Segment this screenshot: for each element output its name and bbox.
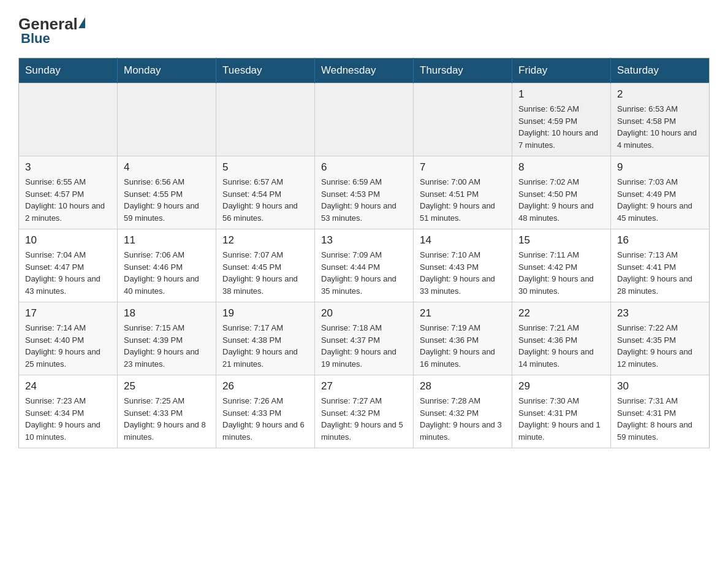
day-number: 21 <box>420 307 506 320</box>
day-number: 13 <box>321 234 407 247</box>
col-tuesday: Tuesday <box>216 58 315 83</box>
day-number: 2 <box>617 88 703 101</box>
table-row: 28Sunrise: 7:28 AMSunset: 4:32 PMDayligh… <box>414 375 512 448</box>
table-row: 26Sunrise: 7:26 AMSunset: 4:33 PMDayligh… <box>216 375 315 448</box>
table-row: 15Sunrise: 7:11 AMSunset: 4:42 PMDayligh… <box>512 229 611 302</box>
day-number: 1 <box>518 88 604 101</box>
day-info: Sunrise: 7:07 AMSunset: 4:45 PMDaylight:… <box>222 249 308 297</box>
table-row: 9Sunrise: 7:03 AMSunset: 4:49 PMDaylight… <box>611 156 710 229</box>
logo-general-text: General <box>18 16 78 32</box>
day-info: Sunrise: 7:19 AMSunset: 4:36 PMDaylight:… <box>420 322 506 370</box>
day-number: 10 <box>25 234 111 247</box>
day-info: Sunrise: 7:11 AMSunset: 4:42 PMDaylight:… <box>518 249 604 297</box>
day-info: Sunrise: 7:15 AMSunset: 4:39 PMDaylight:… <box>124 322 210 370</box>
table-row: 4Sunrise: 6:56 AMSunset: 4:55 PMDaylight… <box>118 156 216 229</box>
calendar-week-row: 3Sunrise: 6:55 AMSunset: 4:57 PMDaylight… <box>19 156 710 229</box>
table-row <box>19 83 118 156</box>
day-number: 6 <box>321 161 407 174</box>
day-number: 22 <box>518 307 604 320</box>
table-row: 12Sunrise: 7:07 AMSunset: 4:45 PMDayligh… <box>216 229 315 302</box>
day-info: Sunrise: 7:28 AMSunset: 4:32 PMDaylight:… <box>420 395 506 443</box>
day-info: Sunrise: 7:17 AMSunset: 4:38 PMDaylight:… <box>222 322 308 370</box>
day-number: 7 <box>420 161 506 174</box>
day-number: 27 <box>321 380 407 393</box>
table-row: 1Sunrise: 6:52 AMSunset: 4:59 PMDaylight… <box>512 83 611 156</box>
calendar-week-row: 1Sunrise: 6:52 AMSunset: 4:59 PMDaylight… <box>19 83 710 156</box>
col-thursday: Thursday <box>414 58 512 83</box>
day-number: 12 <box>222 234 308 247</box>
col-wednesday: Wednesday <box>315 58 414 83</box>
table-row: 23Sunrise: 7:22 AMSunset: 4:35 PMDayligh… <box>611 302 710 375</box>
table-row: 25Sunrise: 7:25 AMSunset: 4:33 PMDayligh… <box>118 375 216 448</box>
page-header: General Blue <box>18 12 710 47</box>
table-row: 21Sunrise: 7:19 AMSunset: 4:36 PMDayligh… <box>414 302 512 375</box>
table-row: 13Sunrise: 7:09 AMSunset: 4:44 PMDayligh… <box>315 229 414 302</box>
table-row: 20Sunrise: 7:18 AMSunset: 4:37 PMDayligh… <box>315 302 414 375</box>
day-info: Sunrise: 7:18 AMSunset: 4:37 PMDaylight:… <box>321 322 407 370</box>
day-info: Sunrise: 7:26 AMSunset: 4:33 PMDaylight:… <box>222 395 308 443</box>
day-number: 29 <box>518 380 604 393</box>
table-row: 7Sunrise: 7:00 AMSunset: 4:51 PMDaylight… <box>414 156 512 229</box>
day-number: 8 <box>518 161 604 174</box>
calendar-header-row: Sunday Monday Tuesday Wednesday Thursday… <box>19 58 710 83</box>
day-number: 16 <box>617 234 703 247</box>
table-row: 22Sunrise: 7:21 AMSunset: 4:36 PMDayligh… <box>512 302 611 375</box>
day-number: 24 <box>25 380 111 393</box>
day-number: 9 <box>617 161 703 174</box>
day-number: 28 <box>420 380 506 393</box>
day-number: 19 <box>222 307 308 320</box>
table-row: 8Sunrise: 7:02 AMSunset: 4:50 PMDaylight… <box>512 156 611 229</box>
table-row: 6Sunrise: 6:59 AMSunset: 4:53 PMDaylight… <box>315 156 414 229</box>
table-row: 19Sunrise: 7:17 AMSunset: 4:38 PMDayligh… <box>216 302 315 375</box>
day-info: Sunrise: 7:23 AMSunset: 4:34 PMDaylight:… <box>25 395 111 443</box>
day-number: 11 <box>124 234 210 247</box>
table-row <box>216 83 315 156</box>
day-info: Sunrise: 7:10 AMSunset: 4:43 PMDaylight:… <box>420 249 506 297</box>
day-info: Sunrise: 7:22 AMSunset: 4:35 PMDaylight:… <box>617 322 703 370</box>
table-row <box>414 83 512 156</box>
day-number: 3 <box>25 161 111 174</box>
table-row: 30Sunrise: 7:31 AMSunset: 4:31 PMDayligh… <box>611 375 710 448</box>
calendar-table: Sunday Monday Tuesday Wednesday Thursday… <box>18 58 710 448</box>
day-number: 30 <box>617 380 703 393</box>
table-row <box>315 83 414 156</box>
day-number: 23 <box>617 307 703 320</box>
day-info: Sunrise: 6:55 AMSunset: 4:57 PMDaylight:… <box>25 176 111 224</box>
table-row: 27Sunrise: 7:27 AMSunset: 4:32 PMDayligh… <box>315 375 414 448</box>
table-row: 14Sunrise: 7:10 AMSunset: 4:43 PMDayligh… <box>414 229 512 302</box>
logo-blue-text: Blue <box>21 31 50 46</box>
day-number: 14 <box>420 234 506 247</box>
table-row: 11Sunrise: 7:06 AMSunset: 4:46 PMDayligh… <box>118 229 216 302</box>
table-row <box>118 83 216 156</box>
day-info: Sunrise: 7:30 AMSunset: 4:31 PMDaylight:… <box>518 395 604 443</box>
table-row: 2Sunrise: 6:53 AMSunset: 4:58 PMDaylight… <box>611 83 710 156</box>
day-info: Sunrise: 7:06 AMSunset: 4:46 PMDaylight:… <box>124 249 210 297</box>
col-friday: Friday <box>512 58 611 83</box>
day-info: Sunrise: 7:25 AMSunset: 4:33 PMDaylight:… <box>124 395 210 443</box>
day-number: 26 <box>222 380 308 393</box>
day-info: Sunrise: 7:02 AMSunset: 4:50 PMDaylight:… <box>518 176 604 224</box>
day-number: 5 <box>222 161 308 174</box>
day-info: Sunrise: 7:09 AMSunset: 4:44 PMDaylight:… <box>321 249 407 297</box>
day-number: 17 <box>25 307 111 320</box>
day-info: Sunrise: 7:27 AMSunset: 4:32 PMDaylight:… <box>321 395 407 443</box>
day-number: 18 <box>124 307 210 320</box>
day-info: Sunrise: 7:00 AMSunset: 4:51 PMDaylight:… <box>420 176 506 224</box>
table-row: 3Sunrise: 6:55 AMSunset: 4:57 PMDaylight… <box>19 156 118 229</box>
table-row: 17Sunrise: 7:14 AMSunset: 4:40 PMDayligh… <box>19 302 118 375</box>
table-row: 29Sunrise: 7:30 AMSunset: 4:31 PMDayligh… <box>512 375 611 448</box>
day-info: Sunrise: 6:53 AMSunset: 4:58 PMDaylight:… <box>617 103 703 151</box>
table-row: 5Sunrise: 6:57 AMSunset: 4:54 PMDaylight… <box>216 156 315 229</box>
day-number: 20 <box>321 307 407 320</box>
table-row: 16Sunrise: 7:13 AMSunset: 4:41 PMDayligh… <box>611 229 710 302</box>
day-number: 25 <box>124 380 210 393</box>
day-number: 15 <box>518 234 604 247</box>
day-info: Sunrise: 7:31 AMSunset: 4:31 PMDaylight:… <box>617 395 703 443</box>
day-info: Sunrise: 7:21 AMSunset: 4:36 PMDaylight:… <box>518 322 604 370</box>
calendar-week-row: 17Sunrise: 7:14 AMSunset: 4:40 PMDayligh… <box>19 302 710 375</box>
calendar-week-row: 10Sunrise: 7:04 AMSunset: 4:47 PMDayligh… <box>19 229 710 302</box>
day-info: Sunrise: 7:14 AMSunset: 4:40 PMDaylight:… <box>25 322 111 370</box>
day-info: Sunrise: 6:57 AMSunset: 4:54 PMDaylight:… <box>222 176 308 224</box>
col-monday: Monday <box>118 58 216 83</box>
day-number: 4 <box>124 161 210 174</box>
